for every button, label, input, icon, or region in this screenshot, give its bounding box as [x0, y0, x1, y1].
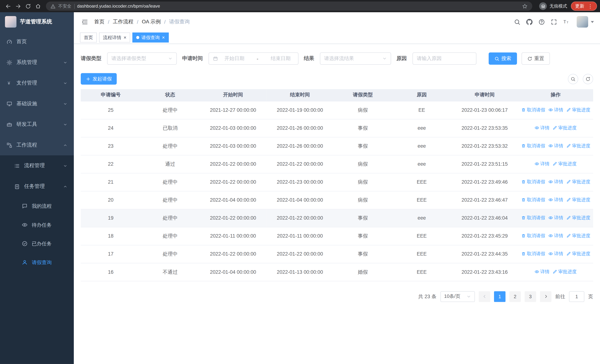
approval-progress-link[interactable]: 审批进度 [566, 143, 590, 149]
detail-link[interactable]: 详情 [534, 269, 550, 275]
table-row[interactable]: 24 已取消 2022-01-03 00:00:00 2022-01-26 00… [81, 119, 593, 137]
leave-type-select[interactable]: 请选择请假类型 [107, 52, 177, 65]
breadcrumb-item-home[interactable]: 首页 [94, 18, 104, 25]
page-button-2[interactable]: 2 [509, 291, 521, 302]
apply-time-range-picker[interactable]: 开始日期 - 结束日期 [208, 52, 298, 65]
table-row[interactable]: 25 处理中 2021-12-27 00:00:00 2022-01-19 00… [81, 101, 593, 119]
table-row[interactable]: 17 处理中 2022-01-22 00:00:00 2022-01-22 00… [81, 245, 593, 263]
logo[interactable]: 芋道管理系统 [0, 12, 74, 31]
fullscreen-icon[interactable] [551, 19, 557, 25]
detail-link[interactable]: 详情 [548, 215, 563, 221]
cancel-leave-link[interactable]: 取消请假 [521, 197, 545, 203]
table-row[interactable]: 22 通过 2022-01-22 00:00:00 2022-01-22 00:… [81, 155, 593, 173]
sidebar-item-my-processes[interactable]: 我的流程 [0, 197, 74, 215]
bookmark-icon[interactable] [522, 3, 528, 9]
detail-link[interactable]: 详情 [548, 233, 563, 239]
sidebar-item-system[interactable]: 系统管理 [0, 52, 74, 73]
address-bar[interactable]: 不安全 dashboard.yudao.iocoder.cn/bpm/oa/le… [46, 1, 532, 11]
toggle-search-button[interactable] [568, 74, 578, 84]
breadcrumb-item-oa-example[interactable]: OA 示例 [142, 18, 161, 25]
help-icon[interactable] [538, 19, 545, 25]
detail-link[interactable]: 详情 [548, 107, 563, 113]
forward-button[interactable] [13, 1, 23, 11]
tab-home[interactable]: 首页 [80, 33, 97, 43]
page-size-select[interactable]: 10条/页 [440, 291, 475, 302]
column-header-reason: 原因 [392, 89, 451, 101]
sidebar-item-dev-tools[interactable]: 研发工具 [0, 114, 74, 135]
detail-link[interactable]: 详情 [548, 179, 563, 185]
approval-progress-link[interactable]: 审批进度 [566, 107, 590, 113]
cancel-leave-link[interactable]: 取消请假 [521, 215, 545, 221]
sidebar-item-payment[interactable]: 支付管理 [0, 73, 74, 93]
chevron-up-icon [63, 184, 67, 188]
detail-link[interactable]: 详情 [548, 197, 563, 203]
cancel-leave-link[interactable]: 取消请假 [521, 251, 545, 257]
create-leave-button[interactable]: 发起请假 [81, 73, 117, 84]
page-button-3[interactable]: 3 [525, 291, 536, 302]
approval-progress-link[interactable]: 审批进度 [553, 125, 577, 131]
reason-input[interactable]: 请输入原因 [412, 52, 476, 65]
browser-toolbar: 不安全 dashboard.yudao.iocoder.cn/bpm/oa/le… [0, 0, 600, 12]
reload-button[interactable] [23, 1, 33, 11]
breadcrumb-item-workflow[interactable]: 工作流程 [113, 18, 134, 25]
next-page-button[interactable] [540, 291, 552, 302]
table-row[interactable]: 21 处理中 2022-01-22 00:00:00 2022-01-23 00… [81, 173, 593, 191]
approval-progress-link[interactable]: 审批进度 [566, 179, 590, 185]
cell-operations: 详情审批进度 [518, 155, 593, 173]
goto-label: 前往 [555, 293, 565, 300]
cancel-leave-link[interactable]: 取消请假 [521, 179, 545, 185]
table-row[interactable]: 18 处理中 2022-01-11 00:00:00 2022-01-11 00… [81, 227, 593, 245]
detail-link[interactable]: 详情 [534, 161, 550, 167]
back-button[interactable] [3, 1, 13, 11]
cell-reason: eee [392, 155, 451, 173]
update-button[interactable]: 更新 ⋮ [571, 1, 597, 11]
approval-progress-link[interactable]: 审批进度 [553, 269, 577, 275]
approval-progress-link[interactable]: 审批进度 [553, 161, 577, 167]
close-icon[interactable]: × [123, 35, 126, 40]
home-button[interactable] [33, 1, 43, 11]
sidebar-item-home[interactable]: 首页 [0, 31, 74, 52]
incognito-label: 无痕模式 [549, 3, 567, 9]
cell-status: 处理中 [141, 191, 200, 209]
browser-menu-icon[interactable]: ⋮ [588, 4, 593, 9]
detail-link[interactable]: 详情 [534, 125, 550, 131]
approval-progress-link[interactable]: 审批进度 [566, 215, 590, 221]
tab-leave-query[interactable]: 请假查询 × [132, 33, 169, 43]
cell-apply-time: 2022-01-22 23:53:32 [451, 137, 518, 155]
table-row[interactable]: 20 处理中 2022-01-04 00:00:00 2022-01-04 00… [81, 191, 593, 209]
page-button-1[interactable]: 1 [494, 291, 506, 302]
table-row[interactable]: 19 处理中 2022-01-22 00:00:00 2022-01-22 00… [81, 209, 593, 227]
cancel-leave-link[interactable]: 取消请假 [521, 143, 545, 149]
sidebar-item-done-tasks[interactable]: 已办任务 [0, 234, 74, 253]
close-icon[interactable]: × [162, 35, 165, 40]
cancel-leave-link[interactable]: 取消请假 [521, 233, 545, 239]
result-select[interactable]: 请选择流结果 [320, 52, 391, 65]
detail-link[interactable]: 详情 [548, 143, 563, 149]
sidebar-item-task-management[interactable]: 任务管理 [0, 176, 74, 197]
sidebar-item-infrastructure[interactable]: 基础设施 [0, 93, 74, 114]
detail-link[interactable]: 详情 [548, 251, 563, 257]
cell-operations: 取消请假详情审批进度 [518, 245, 593, 263]
approval-progress-link[interactable]: 审批进度 [566, 251, 590, 257]
approval-progress-link[interactable]: 审批进度 [566, 233, 590, 239]
cancel-leave-link[interactable]: 取消请假 [521, 107, 545, 113]
github-icon[interactable] [526, 19, 533, 25]
sidebar-item-process-management[interactable]: 流程管理 [0, 155, 74, 176]
prev-page-button[interactable] [479, 291, 490, 302]
breadcrumb-separator: / [137, 19, 138, 25]
font-size-icon[interactable] [563, 19, 569, 25]
sidebar-item-todo-tasks[interactable]: 待办任务 [0, 215, 74, 234]
table-row[interactable]: 16 不通过 2022-01-04 00:00:00 2022-01-13 00… [81, 263, 593, 281]
sidebar-fold-button[interactable] [80, 17, 89, 27]
search-button[interactable]: 搜索 [489, 52, 517, 65]
reset-button[interactable]: 重置 [522, 52, 550, 65]
table-row[interactable]: 23 处理中 2022-01-03 00:00:00 2022-01-26 00… [81, 137, 593, 155]
tab-process-detail[interactable]: 流程详情 × [99, 33, 130, 43]
refresh-table-button[interactable] [583, 74, 593, 84]
sidebar-item-workflow[interactable]: 工作流程 [0, 135, 74, 156]
search-icon[interactable] [514, 19, 520, 25]
approval-progress-link[interactable]: 审批进度 [566, 197, 590, 203]
user-menu[interactable] [577, 16, 594, 28]
goto-page-input[interactable]: 1 [569, 291, 584, 302]
sidebar-item-leave-query[interactable]: 请假查询 [0, 253, 74, 272]
